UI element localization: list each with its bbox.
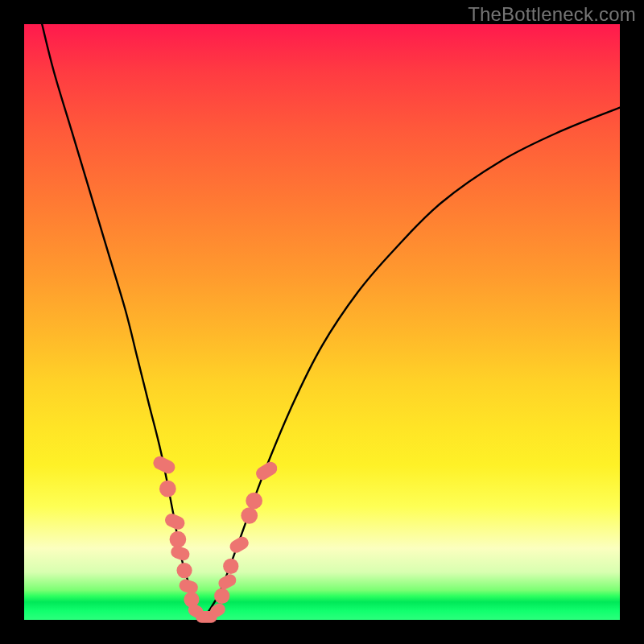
plot-area [24,24,620,620]
data-point [169,544,192,563]
data-point [214,588,229,604]
data-point [217,572,238,592]
data-point [246,493,262,510]
data-point [254,460,279,483]
data-point [151,454,177,476]
chart-frame: TheBottleneck.com [0,0,644,644]
data-point [241,507,258,524]
data-point [223,559,238,574]
watermark-text: TheBottleneck.com [468,3,636,26]
data-point [163,511,187,531]
data-markers [151,454,280,623]
data-point [170,531,187,548]
data-point [159,481,176,497]
bottleneck-curve [42,24,620,617]
data-point [176,563,192,578]
data-point [228,535,251,555]
curve-svg [24,24,620,620]
